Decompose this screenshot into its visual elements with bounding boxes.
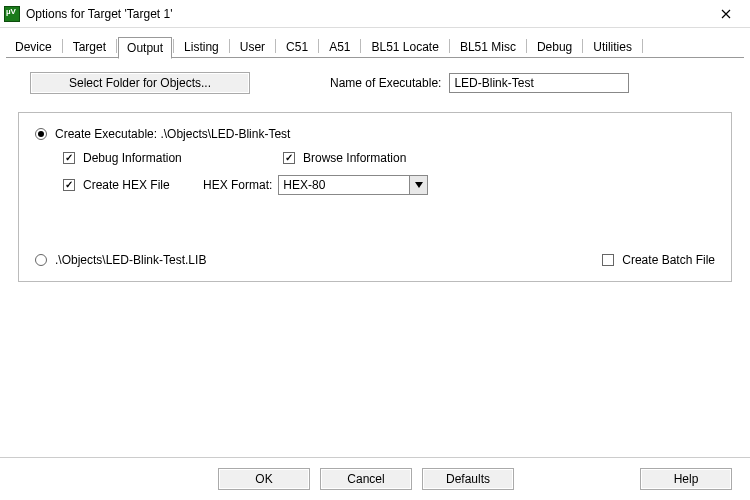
tab-separator [360,39,361,53]
tab-separator [449,39,450,53]
ok-button[interactable]: OK [218,468,310,490]
close-button[interactable] [706,2,746,26]
name-of-executable-input[interactable] [449,73,629,93]
browse-information-checkbox[interactable] [283,152,295,164]
create-hex-checkbox[interactable] [63,179,75,191]
tab-output[interactable]: Output [118,37,172,59]
tab-label: User [240,40,265,54]
browse-information-label: Browse Information [303,151,406,165]
create-hex-label: Create HEX File [83,178,170,192]
tab-separator [173,39,174,53]
debug-information-label: Debug Information [83,151,182,165]
button-label: Help [674,472,699,486]
button-label: Select Folder for Objects... [69,76,211,90]
create-executable-label: Create Executable: .\Objects\LED-Blink-T… [55,127,290,141]
defaults-button[interactable]: Defaults [422,468,514,490]
debug-information-checkbox[interactable] [63,152,75,164]
tab-separator [582,39,583,53]
hex-format-dropdown[interactable]: HEX-80 [278,175,428,195]
create-batch-checkbox[interactable] [602,254,614,266]
tab-separator [526,39,527,53]
tab-strip: Device Target Output Listing User C51 A5… [0,28,750,58]
button-label: OK [255,472,272,486]
create-lib-radio[interactable] [35,254,47,266]
tab-label: Utilities [593,40,632,54]
app-icon [4,6,20,22]
tab-bl51-misc[interactable]: BL51 Misc [451,36,525,58]
tab-target[interactable]: Target [64,36,115,58]
tab-a51[interactable]: A51 [320,36,359,58]
hex-format-value: HEX-80 [279,176,409,194]
tab-label: Listing [184,40,219,54]
tab-label: Output [127,41,163,55]
tab-label: BL51 Misc [460,40,516,54]
tab-label: BL51 Locate [371,40,438,54]
tab-separator [229,39,230,53]
tab-label: A51 [329,40,350,54]
tab-label: C51 [286,40,308,54]
dropdown-button[interactable] [409,176,427,194]
name-of-executable-label: Name of Executable: [330,76,441,90]
create-executable-radio[interactable] [35,128,47,140]
tab-separator [62,39,63,53]
tab-utilities[interactable]: Utilities [584,36,641,58]
tab-separator [318,39,319,53]
tab-label: Target [73,40,106,54]
tab-separator [642,39,643,53]
select-folder-button[interactable]: Select Folder for Objects... [30,72,250,94]
button-label: Cancel [347,472,384,486]
cancel-button[interactable]: Cancel [320,468,412,490]
help-button[interactable]: Help [640,468,732,490]
output-groupbox: Create Executable: .\Objects\LED-Blink-T… [18,112,732,282]
create-batch-label: Create Batch File [622,253,715,267]
tab-content-output: Select Folder for Objects... Name of Exe… [0,58,750,290]
window-title: Options for Target 'Target 1' [26,7,706,21]
close-icon [721,9,731,19]
hex-format-label: HEX Format: [203,178,272,192]
tab-listing[interactable]: Listing [175,36,228,58]
tab-c51[interactable]: C51 [277,36,317,58]
titlebar: Options for Target 'Target 1' [0,0,750,28]
tab-user[interactable]: User [231,36,274,58]
chevron-down-icon [415,182,423,188]
tab-separator [116,39,117,53]
tab-label: Debug [537,40,572,54]
tab-debug[interactable]: Debug [528,36,581,58]
dialog-button-bar: OK Cancel Defaults Help [0,457,750,500]
tab-bl51-locate[interactable]: BL51 Locate [362,36,447,58]
create-lib-label: .\Objects\LED-Blink-Test.LIB [55,253,206,267]
tab-separator [275,39,276,53]
tab-label: Device [15,40,52,54]
button-label: Defaults [446,472,490,486]
tab-device[interactable]: Device [6,36,61,58]
